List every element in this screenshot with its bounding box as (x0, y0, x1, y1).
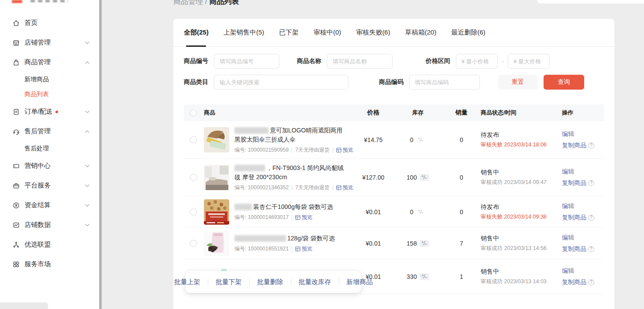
preview-link[interactable]: 预览 (336, 146, 353, 154)
stock-adjust-icon[interactable] (420, 273, 429, 280)
help-icon[interactable]: ? (588, 142, 594, 149)
sidebar-menu: 首页 店铺管理 商品管理 新增商品 商品列表 订单/配送 售后管理 售后处理 (0, 0, 99, 274)
sidebar-item-aftersales-processing[interactable]: 售后处理 (0, 141, 99, 156)
chevron-up-icon (85, 130, 90, 133)
tab-drafts[interactable]: 草稿箱(20) (405, 19, 437, 47)
edit-link[interactable]: 编辑 (562, 130, 604, 138)
product-name-input[interactable] (327, 54, 393, 69)
row-checkbox[interactable] (190, 208, 197, 215)
stock-value: 330 (406, 273, 417, 280)
price-range-label: 价格区间 (426, 57, 450, 65)
sidebar-item-shop-data[interactable]: 店铺数据 (0, 215, 99, 235)
status-time: 审核成功 2023/03/13 14:03 (481, 278, 562, 285)
row-checkbox[interactable] (190, 174, 197, 181)
category-input[interactable] (214, 75, 348, 90)
product-image (204, 199, 229, 225)
product-sn-input[interactable] (214, 54, 279, 69)
stock-adjust-icon[interactable] (420, 174, 429, 181)
bottom-fragment (0, 302, 48, 309)
sidebar-item-shop-management[interactable]: 店铺管理 (0, 33, 99, 52)
sidebar-scrollbar[interactable] (99, 0, 102, 309)
headset-icon (12, 128, 20, 135)
table-row: 装杏仁干1000g每袋 袋数可选 编号: 10000014693017 | 预览… (184, 196, 604, 228)
sidebar-item-orders-delivery[interactable]: 订单/配送 (0, 102, 99, 122)
sidebar-item-service-market[interactable]: 服务市场 (0, 254, 99, 274)
product-list-card: 全部(25) 上架销售中(5) 已下架 审核中(0) 审核失败(6) 草稿箱(2… (173, 19, 614, 309)
breadcrumb-section[interactable]: 商品管理 (173, 0, 203, 6)
batch-delete-button[interactable]: 批量删除 (250, 278, 291, 286)
status-time: 审核失败 2023/03/14 09:38 (481, 213, 562, 221)
stock-adjust-icon[interactable] (420, 240, 429, 247)
logo-fragment (12, 0, 22, 3)
notification-dot (55, 111, 58, 113)
row-checkbox[interactable] (190, 240, 197, 247)
sidebar-item-preferred-alliance[interactable]: 优选联盟 (0, 235, 99, 254)
share-icon (12, 241, 20, 249)
sales-value: 0 (460, 208, 463, 215)
tab-all[interactable]: 全部(25) (184, 19, 209, 47)
clipboard-icon (12, 108, 20, 116)
tab-under-review[interactable]: 审核中(0) (313, 19, 341, 47)
sidebar-item-aftersales-management[interactable]: 售后管理 (0, 122, 99, 141)
sidebar-item-label: 首页 (24, 19, 38, 27)
table-row: 意可加LOGO晴雨遮阳两用 黑胶太阳伞三折成人伞 编号: 10000021590… (184, 121, 604, 159)
sidebar-item-add-product[interactable]: 新增商品 (0, 72, 99, 87)
redacted-text (234, 127, 269, 134)
edit-link[interactable]: 编辑 (562, 234, 604, 242)
price-range-dash: – (501, 58, 504, 65)
batch-off-shelf-button[interactable]: 批量下架 (208, 278, 249, 286)
help-icon[interactable]: ? (588, 246, 594, 252)
status-time: 审核失败 2023/03/14 18:06 (481, 141, 562, 149)
copy-product-link[interactable]: 复制商品? (562, 214, 604, 222)
help-icon[interactable]: ? (588, 180, 594, 186)
reset-button[interactable]: 重置 (498, 75, 537, 90)
status-badge: 待发布 (481, 131, 562, 139)
copy-product-link[interactable]: 复制商品? (562, 278, 604, 286)
sidebar-item-marketing-center[interactable]: 营销中心 (0, 156, 99, 176)
copy-product-link[interactable]: 复制商品? (562, 179, 604, 187)
add-product-button[interactable]: 新增商品 (339, 278, 380, 286)
help-icon[interactable]: ? (588, 215, 594, 221)
stock-adjust-icon[interactable] (416, 208, 426, 215)
price: ¥14.75 (364, 136, 383, 143)
preview-link[interactable]: 预览 (295, 245, 312, 253)
copy-product-link[interactable]: 复制商品? (562, 142, 604, 149)
tab-review-failed[interactable]: 审核失败(6) (356, 19, 390, 47)
sidebar-item-platform-services[interactable]: 平台服务 (0, 176, 99, 195)
product-code-input[interactable] (409, 75, 480, 90)
batch-on-shelf-button[interactable]: 批量上架 (167, 278, 208, 286)
select-all-checkbox[interactable] (190, 109, 197, 116)
batch-edit-stock-button[interactable]: 批量改库存 (291, 278, 339, 286)
tab-on-sale[interactable]: 上架销售中(5) (224, 19, 264, 47)
bag-icon (12, 59, 20, 66)
sidebar-item-product-list[interactable]: 商品列表 (0, 87, 99, 102)
edit-link[interactable]: 编辑 (562, 168, 604, 176)
col-stock-header: 库存 (412, 109, 424, 117)
sidebar-item-product-management[interactable]: 商品管理 (0, 52, 99, 72)
sidebar-item-funds-settlement[interactable]: 资金结算 (0, 195, 99, 215)
edit-link[interactable]: 编辑 (562, 202, 604, 210)
tab-recently-deleted[interactable]: 最近删除(6) (451, 19, 485, 47)
stock-adjust-icon[interactable] (416, 136, 426, 143)
product-name-label: 商品名称 (297, 57, 321, 65)
tab-off-shelf[interactable]: 已下架 (279, 19, 299, 47)
row-checkbox[interactable] (190, 136, 197, 143)
help-icon[interactable]: ? (588, 279, 594, 285)
table-row: ，FN-T9003-1 简约风尚貂绒 毯 摩登 200*230cm 编号: 10… (184, 159, 604, 196)
min-price-input[interactable] (456, 54, 498, 69)
table-row: 128g/袋 袋数可选 编号: 10000016551921 | 预览 ¥0.0… (184, 228, 604, 259)
sidebar-item-home[interactable]: 首页 (0, 13, 99, 33)
yen-circle-icon (12, 201, 20, 209)
batch-action-bar: 批量上架 批量下架 批量删除 批量改库存 新增商品 (186, 271, 361, 293)
edit-link[interactable]: 编辑 (562, 267, 604, 275)
chevron-down-icon (85, 111, 90, 113)
chevron-down-icon (85, 204, 90, 207)
chevron-down-icon (85, 224, 90, 226)
col-price-header: 价格 (367, 109, 379, 116)
search-button[interactable]: 查询 (544, 75, 584, 90)
preview-link[interactable]: 预览 (295, 214, 312, 221)
preview-icon (336, 185, 341, 190)
preview-link[interactable]: 预览 (336, 184, 353, 191)
copy-product-link[interactable]: 复制商品? (562, 245, 604, 253)
max-price-input[interactable] (508, 54, 550, 69)
